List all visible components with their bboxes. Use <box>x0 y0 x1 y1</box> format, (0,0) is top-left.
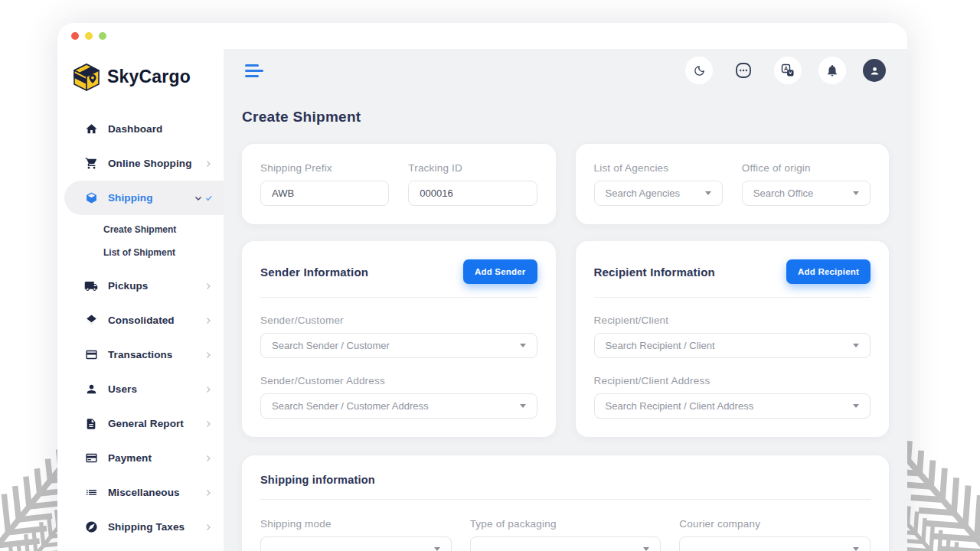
truck-icon <box>84 279 98 293</box>
main-area: A <box>224 49 907 551</box>
caret-down-icon <box>520 404 526 408</box>
brand-logo[interactable]: SkyCargo <box>57 49 224 92</box>
shipping-information-card: Shipping information Shipping mode <box>242 455 889 551</box>
sidebar-item-miscellaneous[interactable]: Miscellaneous <box>57 475 224 510</box>
caret-down-icon <box>434 547 440 551</box>
caret-down-icon <box>643 547 649 551</box>
divider <box>260 297 537 298</box>
recipient-client-label: Recipient/Client <box>594 315 871 326</box>
caret-down-icon <box>853 191 859 195</box>
office-select[interactable]: Search Office <box>742 181 871 206</box>
list-of-agencies-label: List of Agencies <box>594 162 723 174</box>
home-icon <box>84 122 98 136</box>
shipping-prefix-input[interactable] <box>260 181 389 206</box>
sidebar-item-transactions[interactable]: Transactions <box>57 337 224 372</box>
box-icon <box>84 191 98 205</box>
chevron-right-icon <box>204 159 213 168</box>
shipping-mode-label: Shipping mode <box>260 518 452 530</box>
divider <box>594 297 871 298</box>
window-titlebar <box>57 23 907 49</box>
shipment-prefix-card: Shipping Prefix Tracking ID <box>242 144 556 224</box>
credit-card-icon <box>84 452 98 465</box>
caret-down-icon <box>853 547 859 551</box>
more-options-button[interactable] <box>730 57 757 84</box>
sender-address-label: Sender/Customer Address <box>260 375 537 386</box>
minimize-dot-icon[interactable] <box>85 32 93 40</box>
page-title: Create Shipment <box>242 109 889 126</box>
bell-icon <box>825 64 839 77</box>
zoom-dot-icon[interactable] <box>99 32 106 40</box>
shipping-submenu: Create Shipment List of Shipment <box>57 215 224 269</box>
sidebar: SkyCargo Dashboard Online Shopping <box>57 49 224 551</box>
chevron-right-icon <box>204 454 213 463</box>
caret-down-icon <box>520 344 526 347</box>
caret-down-icon <box>705 191 711 195</box>
translate-icon: A <box>780 63 795 78</box>
recipient-address-label: Recipient/Client Address <box>594 375 871 386</box>
recipient-card-title: Recipient Information <box>594 266 715 279</box>
chevron-right-icon <box>204 316 213 325</box>
shipping-info-title: Shipping information <box>260 474 871 486</box>
recipient-address-select[interactable]: Search Recipient / Client Address <box>594 393 871 419</box>
app-window: SkyCargo Dashboard Online Shopping <box>57 23 907 551</box>
sender-card-title: Sender Information <box>260 266 368 279</box>
tracking-id-label: Tracking ID <box>408 162 537 174</box>
sender-customer-label: Sender/Customer <box>260 315 537 326</box>
chevron-right-icon <box>204 385 213 394</box>
courier-company-select[interactable] <box>679 536 871 551</box>
sender-customer-select[interactable]: Search Sender / Customer <box>260 333 537 358</box>
recipient-client-select[interactable]: Search Recipient / Client <box>594 333 871 358</box>
sidebar-item-dashboard[interactable]: Dashboard <box>57 112 224 146</box>
list-icon <box>84 486 98 500</box>
ellipsis-icon <box>734 61 753 80</box>
courier-company-label: Courier company <box>679 518 871 530</box>
credit-card-icon <box>84 348 98 362</box>
submenu-item-create-shipment[interactable]: Create Shipment <box>57 218 224 241</box>
hamburger-menu-icon[interactable] <box>245 64 263 77</box>
sidebar-item-shipping[interactable]: Shipping <box>64 181 224 215</box>
packaging-type-select[interactable] <box>470 536 662 551</box>
chevron-right-icon <box>204 419 213 429</box>
close-dot-icon[interactable] <box>71 32 79 40</box>
sidebar-item-online-shopping[interactable]: Online Shopping <box>57 146 224 181</box>
sidebar-item-pickups[interactable]: Pickups <box>57 269 224 303</box>
blue-check-icon <box>205 194 213 202</box>
tracking-id-input[interactable] <box>408 181 537 206</box>
top-navbar: A <box>224 49 907 92</box>
type-of-packaging-label: Type of packaging <box>470 518 662 530</box>
document-icon <box>84 417 98 431</box>
chevron-right-icon <box>204 350 213 360</box>
chevron-right-icon <box>204 523 213 532</box>
translate-button[interactable]: A <box>774 57 802 84</box>
submenu-item-list-of-shipment[interactable]: List of Shipment <box>57 241 224 264</box>
sidebar-item-payment[interactable]: Payment <box>57 441 224 475</box>
person-icon <box>868 64 881 77</box>
add-recipient-button[interactable]: Add Recipient <box>786 259 871 284</box>
sidebar-item-general-report[interactable]: General Report <box>57 406 224 441</box>
sidebar-item-consolidated[interactable]: Consolidated <box>57 303 224 337</box>
caret-down-icon <box>853 404 859 408</box>
dark-mode-toggle-button[interactable] <box>685 57 713 84</box>
cart-icon <box>84 157 98 171</box>
chevron-right-icon <box>204 282 213 291</box>
profile-avatar-button[interactable] <box>863 59 886 82</box>
sidebar-item-users[interactable]: Users <box>57 372 224 406</box>
add-sender-button[interactable]: Add Sender <box>463 259 537 284</box>
office-of-origin-label: Office of origin <box>742 162 871 174</box>
notifications-button[interactable] <box>818 57 846 84</box>
user-icon <box>84 383 98 396</box>
shipping-prefix-label: Shipping Prefix <box>260 162 389 174</box>
shipping-mode-select[interactable] <box>260 536 452 551</box>
chevron-right-icon <box>204 488 213 497</box>
sender-address-select[interactable]: Search Sender / Customer Address <box>260 393 537 419</box>
divider <box>260 499 871 500</box>
layers-icon <box>84 314 98 328</box>
agency-card: List of Agencies Search Agencies Office … <box>576 144 890 224</box>
sender-information-card: Sender Information Add Sender Sender/Cus… <box>242 241 556 437</box>
chevron-down-icon <box>194 194 203 203</box>
sidebar-nav: Dashboard Online Shopping Shipping <box>57 112 224 544</box>
brand-name: SkyCargo <box>107 67 191 87</box>
moon-icon <box>693 64 706 77</box>
sidebar-item-shipping-taxes[interactable]: Shipping Taxes <box>57 510 224 544</box>
agencies-select[interactable]: Search Agencies <box>594 181 723 206</box>
